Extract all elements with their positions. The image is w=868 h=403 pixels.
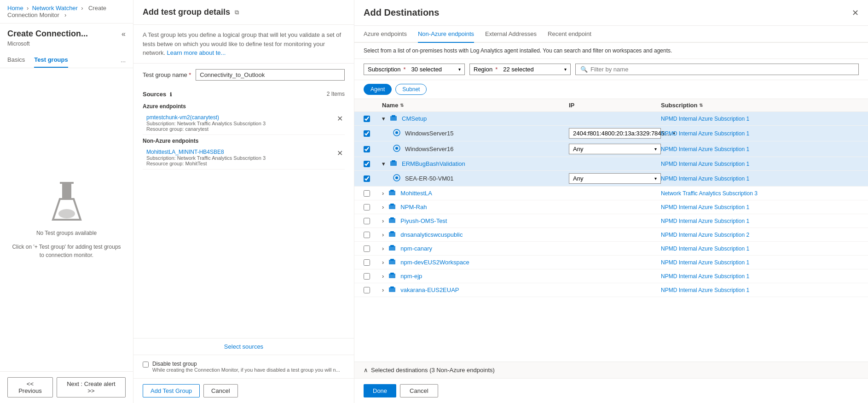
disable-test-group-checkbox[interactable] [143, 362, 149, 368]
expand-icon[interactable]: › [382, 204, 384, 210]
filters-row: Subscription * 30 selected ▾ Region * 22… [354, 59, 868, 80]
row-checkbox-7[interactable] [364, 218, 370, 224]
row-checkbox-10[interactable] [364, 259, 370, 266]
select-sources-button[interactable]: Select sources [224, 343, 263, 350]
row-ip-1[interactable]: 2404:f801:4800:20:13a:3329:7845:...▾ [569, 128, 661, 139]
disable-label: Disable test group [152, 361, 340, 367]
row-type-icon-12 [388, 286, 396, 294]
sort-subscription-icon[interactable]: ⇅ [699, 103, 703, 108]
sources-info-icon: ℹ [170, 92, 172, 97]
row-subscription-5[interactable]: Network Traffic Analytics Subscription 3 [661, 190, 848, 197]
middle-desc: A Test group lets you define a logical g… [133, 25, 354, 64]
expand-icon[interactable]: ▾ [382, 160, 385, 167]
expand-icon[interactable]: › [382, 273, 384, 280]
ip-dropdown-1[interactable]: 2404:f801:4800:20:13a:3329:7845:...▾ [569, 128, 661, 139]
cancel-button[interactable]: Cancel [400, 384, 438, 397]
row-checkbox-5[interactable] [364, 190, 370, 197]
tab-recent-endpoint[interactable]: Recent endpoint [548, 26, 591, 43]
collapse-selected-icon[interactable]: ∧ [364, 367, 368, 374]
subscription-dropdown[interactable]: Subscription * 30 selected ▾ [364, 64, 465, 75]
table-row: WindowsServer15 2404:f801:4800:20:13a:33… [354, 126, 868, 141]
filter-input[interactable] [590, 66, 854, 73]
tab-test-groups[interactable]: Test groups [34, 53, 68, 68]
row-checkbox-1[interactable] [364, 130, 370, 137]
row-subscription-1[interactable]: NPMD Internal Azure Subscription 1 [661, 130, 848, 137]
non-azure-source-name[interactable]: MohittestLA_MININT-HB4SBE8 [146, 149, 266, 155]
region-dropdown[interactable]: Region * 22 selected ▾ [469, 64, 571, 75]
row-subscription-2[interactable]: NPMD Internal Azure Subscription 1 [661, 146, 848, 152]
row-name-text[interactable]: npm-canary [400, 245, 432, 252]
breadcrumb-network-watcher[interactable]: Network Watcher [32, 5, 78, 12]
row-subscription-4[interactable]: NPMD Internal Azure Subscription 1 [661, 175, 848, 182]
subscription-dropdown-icon: ▾ [458, 67, 461, 72]
tab-azure-endpoints[interactable]: Azure endpoints [364, 26, 407, 43]
tab-non-azure-endpoints[interactable]: Non-Azure endpoints [418, 26, 474, 43]
expand-icon[interactable]: › [382, 245, 384, 252]
expand-icon[interactable]: › [382, 231, 384, 238]
row-name-text[interactable]: MohittestLA [400, 190, 432, 197]
learn-more-link[interactable]: Learn more about te... [167, 49, 226, 56]
row-checkbox-8[interactable] [364, 232, 370, 238]
middle-title: Add test group details [143, 7, 230, 17]
row-name-text[interactable]: ERMBugBashValidation [402, 160, 465, 167]
row-checkbox-6[interactable] [364, 204, 370, 210]
subnet-toggle[interactable]: Subnet [395, 84, 427, 95]
row-subscription-9[interactable]: NPMD Internal Azure Subscription 1 [661, 245, 848, 252]
row-ip-4[interactable]: Any▾ [569, 173, 661, 184]
row-subscription-12[interactable]: NPMD Internal Azure Subscription 1 [661, 287, 848, 293]
cancel-middle-button[interactable]: Cancel [203, 384, 237, 397]
row-name-text[interactable]: dnsanalyticswcuspublic [400, 231, 463, 238]
row-checkbox-0[interactable] [364, 116, 370, 122]
row-checkbox-2[interactable] [364, 146, 370, 152]
svg-rect-5 [392, 115, 395, 117]
test-group-name-input[interactable] [196, 69, 345, 81]
row-checkbox-3[interactable] [364, 161, 370, 167]
row-checkbox-9[interactable] [364, 245, 370, 252]
expand-icon[interactable]: › [382, 217, 384, 224]
row-subscription-11[interactable]: NPMD Internal Azure Subscription 1 [661, 273, 848, 280]
row-subscription-8[interactable]: NPMD Internal Azure Subscription 2 [661, 232, 848, 238]
row-checkbox-4[interactable] [364, 175, 370, 182]
azure-source-name[interactable]: pmtestchunk-vm2(canarytest) [146, 114, 266, 121]
expand-icon[interactable]: › [382, 286, 384, 293]
row-checkbox-12[interactable] [364, 287, 370, 293]
breadcrumb-home[interactable]: Home [7, 5, 23, 12]
row-name-text[interactable]: NPM-Rah [400, 204, 427, 210]
remove-non-azure-source-button[interactable]: ✕ [335, 149, 345, 158]
row-name-text[interactable]: CMSetup [402, 115, 427, 122]
row-subscription-0[interactable]: NPMD Internal Azure Subscription 1 [661, 116, 848, 122]
selected-footer[interactable]: ∧ Selected destinations (3 Non-Azure end… [354, 362, 868, 378]
ip-dropdown-4[interactable]: Any▾ [569, 173, 661, 184]
collapse-button[interactable]: « [122, 30, 126, 38]
filter-by-name[interactable]: 🔍 [575, 64, 859, 75]
done-button[interactable]: Done [364, 384, 396, 397]
sort-name-icon[interactable]: ⇅ [400, 103, 404, 108]
expand-icon[interactable]: › [382, 190, 384, 197]
tab-basics[interactable]: Basics [7, 53, 25, 68]
row-subscription-7[interactable]: NPMD Internal Azure Subscription 1 [661, 218, 848, 224]
row-subscription-6[interactable]: NPMD Internal Azure Subscription 1 [661, 204, 848, 210]
row-name-text[interactable]: npm-devEUS2Workspace [400, 259, 469, 266]
more-button[interactable]: ... [121, 53, 126, 68]
row-subscription-10[interactable]: NPMD Internal Azure Subscription 1 [661, 259, 848, 266]
expand-icon[interactable]: › [382, 259, 384, 266]
next-button[interactable]: Next : Create alert >> [57, 377, 126, 397]
previous-button[interactable]: << Previous [7, 377, 53, 397]
tab-external-addresses[interactable]: External Addresses [485, 26, 537, 43]
row-name-text[interactable]: Piyush-OMS-Test [400, 217, 447, 224]
close-button[interactable]: ✕ [852, 8, 859, 18]
copy-icon[interactable]: ⧉ [235, 9, 239, 16]
th-subscription: Subscription ⇅ [661, 102, 848, 109]
row-checkbox-11[interactable] [364, 273, 370, 280]
agent-toggle[interactable]: Agent [364, 84, 392, 95]
row-subscription-3[interactable]: NPMD Internal Azure Subscription 1 [661, 161, 848, 167]
svg-rect-29 [390, 286, 394, 288]
add-test-group-button[interactable]: Add Test Group [143, 384, 200, 397]
ip-dropdown-2[interactable]: Any▾ [569, 144, 661, 154]
row-name-text[interactable]: npm-ejp [400, 273, 422, 280]
row-ip-2[interactable]: Any▾ [569, 144, 661, 154]
row-name-text[interactable]: vakarana-EUS2EUAP [400, 286, 459, 293]
remove-azure-source-button[interactable]: ✕ [335, 114, 345, 123]
expand-icon[interactable]: ▾ [382, 115, 385, 122]
row-type-icon-7 [388, 216, 396, 225]
